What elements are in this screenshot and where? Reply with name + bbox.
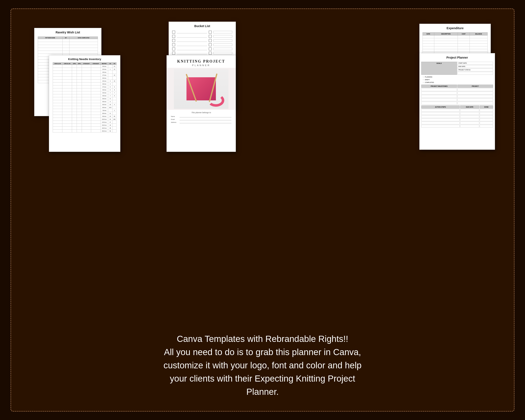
- draft-label: DRAFT: [425, 79, 430, 80]
- bucket-checkbox[interactable]: [172, 39, 175, 42]
- address-label: Address: [171, 121, 178, 123]
- needle-title: Knitting Needle Inventory: [49, 56, 120, 62]
- table-row: 3.50 mm4: [53, 83, 116, 85]
- completed-label: COMPLETED: [425, 82, 434, 83]
- bucket-row: [172, 52, 232, 55]
- bucket-line2: [213, 44, 232, 46]
- bucket-checkbox[interactable]: [172, 31, 175, 34]
- bucket-row: [172, 35, 232, 38]
- planner-cover-card: KNITTING PROJECT PLANNER This planner be…: [167, 55, 236, 152]
- knit-image: [174, 69, 228, 109]
- project-row: [457, 95, 493, 98]
- cover-name-field: Name: [171, 115, 231, 117]
- col-balance: BALANCE: [469, 33, 488, 36]
- due-date-row: [460, 112, 479, 115]
- due-date-row: [460, 125, 479, 128]
- col-uk: UK: [112, 63, 116, 65]
- table-row: 4.25 mm77: [53, 91, 116, 94]
- bucket-checkbox[interactable]: [172, 43, 175, 46]
- belongs-text: This planner belongs to: [167, 110, 236, 114]
- milestone-row: [421, 98, 457, 101]
- bucket-checkbox[interactable]: [209, 31, 212, 34]
- table-row: [38, 45, 98, 48]
- table-row: 10.00 mm15000: [53, 118, 116, 121]
- bucket-checkbox[interactable]: [172, 35, 175, 38]
- bottom-line3: customize it with your logo, font and co…: [45, 359, 480, 372]
- bottom-line4: your clients with their Expecting Knitti…: [45, 372, 480, 385]
- table-row: 3.25 mm310: [53, 80, 116, 83]
- bucket-line2: [213, 31, 232, 33]
- bucket-line1: [177, 31, 207, 33]
- start-date-field: START DATE:: [457, 62, 493, 65]
- table-row: [38, 48, 98, 51]
- status-draft: ☆ DRAFT: [421, 78, 493, 81]
- bucket-checkbox[interactable]: [209, 43, 212, 46]
- milestones-section: PROJECT MILESTONES PROJECT: [421, 85, 493, 105]
- needle-table: CIRCULAR CIRCULAR DPN DPN STRAIGHT STRAI…: [53, 62, 117, 132]
- goals-label: GOALS: [422, 63, 456, 64]
- table-row: [422, 38, 488, 41]
- col-pattern-name: PATTERN NAME: [38, 37, 62, 39]
- planning-label: PLANNING: [425, 76, 432, 78]
- bucket-line2: [213, 35, 232, 37]
- col-date: DATE: [422, 33, 434, 36]
- milestone-row: [421, 88, 457, 91]
- bucket-checkbox[interactable]: [209, 35, 212, 38]
- goals-section: GOALS START DATE: END DATE: PROJECT STAT…: [421, 62, 493, 75]
- planner-subtitle: PLANNER: [170, 64, 232, 66]
- bucket-line1: [177, 44, 207, 46]
- milestone-row: [421, 102, 457, 105]
- cover-email-field: Email: [171, 118, 231, 120]
- col-us: US: [108, 63, 112, 65]
- table-row: 3.25 mm113: [53, 68, 116, 71]
- needle-inventory-card: Knitting Needle Inventory CIRCULAR CIRCU…: [49, 55, 120, 152]
- col-cost: COST: [458, 33, 469, 36]
- bucket-row: [172, 47, 232, 50]
- table-row: 2.75 mm12: [53, 74, 116, 77]
- table-row: [422, 49, 488, 52]
- table-row: 6.50 mm10.5: [53, 106, 116, 109]
- col-circular2: CIRCULAR: [62, 63, 72, 65]
- project-planner-card: Project Planner GOALS START DATE: END DA…: [419, 53, 495, 150]
- table-row: [422, 36, 488, 38]
- table-row: 25.00 mm50: [53, 130, 116, 132]
- table-row: 0.00 mm14: [53, 65, 116, 68]
- bucket-row: [172, 39, 232, 42]
- project-header: PROJECT: [457, 85, 493, 88]
- col-by: BY: [62, 37, 69, 39]
- planning-star-icon: ☆: [422, 76, 424, 78]
- bucket-checkbox[interactable]: [209, 52, 212, 55]
- pages-area: Ravelry Wish List PATTERN NAME BY DATE C…: [24, 18, 501, 324]
- table-row: 5.00 mm8: [53, 97, 116, 100]
- bucket-checkbox[interactable]: [172, 47, 175, 50]
- done-row: [480, 109, 493, 112]
- bucket-checkbox[interactable]: [209, 39, 212, 42]
- status-planning: ☆ PLANNING: [421, 75, 493, 78]
- bottom-line1: Canva Templates with Rebrandable Rights!…: [45, 332, 480, 345]
- main-container: Ravelry Wish List PATTERN NAME BY DATE C…: [10, 8, 515, 411]
- bucket-title: Bucket List: [169, 22, 236, 29]
- done-row: [480, 112, 493, 115]
- email-line: [179, 118, 231, 120]
- due-date-row: [460, 115, 479, 118]
- table-row: 6.00 mm104: [53, 103, 116, 106]
- col-metric: METRIC: [101, 63, 108, 65]
- ravelry-title: Ravelry Wish List: [34, 28, 101, 36]
- status-options: ☆ PLANNING ☆ DRAFT ☆ COMPLETED: [421, 75, 493, 84]
- table-row: 4.00 mm68: [53, 88, 116, 91]
- bucket-checkbox[interactable]: [172, 52, 175, 55]
- bucket-line1: [177, 39, 207, 42]
- action-row: [421, 109, 460, 112]
- action-row: [421, 118, 460, 121]
- table-row: [422, 44, 488, 47]
- table-row: 5.50 mm9: [53, 100, 116, 103]
- draft-star-icon: ☆: [422, 79, 424, 81]
- cover-address-field: Address: [171, 121, 231, 123]
- planner-main-title: KNITTING PROJECT: [170, 59, 232, 64]
- bucket-row: [172, 43, 232, 46]
- table-row: 9.00 mm1300: [53, 115, 116, 118]
- name-line: [179, 115, 231, 117]
- done-row: [480, 121, 493, 124]
- bucket-checkbox[interactable]: [209, 47, 212, 50]
- bucket-line2: [213, 39, 232, 42]
